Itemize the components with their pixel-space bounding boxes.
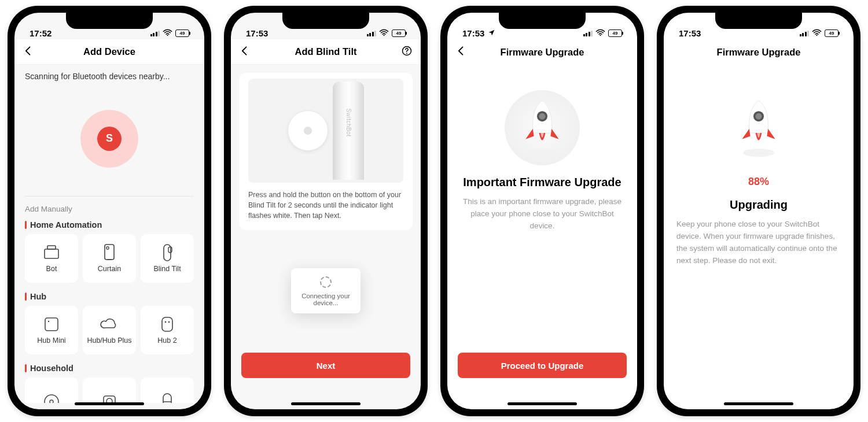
tile-label: Blind Tilt [153,265,181,273]
cloud-icon [98,316,121,333]
next-button[interactable]: Next [241,353,410,378]
tile-label: Hub/Hub Plus [87,336,131,345]
wifi-icon [595,28,605,38]
tile-label: Curtain [98,265,121,273]
tile-label: Bot [46,265,57,273]
curtain-icon [98,244,121,261]
tile-curtain[interactable]: Curtain [83,234,136,283]
nav-bar: Add Device [14,39,204,65]
notch [282,13,369,29]
wifi-icon [163,28,172,38]
section-home-automation: Home Automation [14,217,204,234]
notch [715,13,802,29]
vacuum-icon [40,393,63,403]
tile-label: Hub Mini [37,336,65,345]
back-button[interactable] [239,45,251,59]
status-time: 17:52 [30,28,52,38]
phone-add-blind-tilt: 17:53 49 Add Blind Tilt Press and hold t… [224,6,428,416]
cellular-icon [583,30,593,36]
proceed-upgrade-button[interactable]: Proceed to Upgrade [458,353,627,378]
blind-tilt-device-icon [333,82,364,180]
nav-bar: Add Blind Tilt [231,39,421,65]
home-indicator[interactable] [507,402,577,405]
battery-icon: 49 [825,29,838,37]
back-button[interactable] [23,45,34,59]
tile-household-2[interactable] [83,377,136,403]
tile-household-1[interactable] [25,377,78,403]
help-button[interactable] [401,45,413,59]
nav-bar: Firmware Upgrade [447,39,637,65]
notch [499,13,586,29]
instruction-text: Press and hold the button on the bottom … [248,190,403,221]
rocket-icon [721,90,796,165]
scan-status-text: Scanning for Bluetooth devices nearby... [14,65,204,81]
hero-title: Important Firmware Upgrade [463,176,621,189]
instruction-card: Press and hold the button on the bottom … [239,73,413,230]
rocket-icon [505,90,580,165]
back-button[interactable] [455,45,467,59]
phone-firmware-upgrading: 17:53 49 Firmware Upgrade 88% Upgrading … [657,6,860,416]
bluetooth-scanner: S [25,81,194,197]
location-icon [488,28,495,38]
status-time: 17:53 [679,28,701,38]
status-time: 17:53 [246,28,268,38]
wifi-icon [379,28,389,38]
status-time: 17:53 [462,28,484,38]
camera-icon [98,393,121,403]
spinner-icon [320,276,332,288]
cellular-icon [367,30,377,36]
modal-text: Connecting your device... [297,293,355,306]
tile-bot[interactable]: Bot [25,234,78,283]
tile-blind-tilt[interactable]: Blind Tilt [141,234,194,283]
phone-firmware-prompt: 17:53 49 Firmware Upgrade Important Firm… [440,6,644,416]
hub-mini-icon [40,316,63,333]
switchbot-badge-icon: S [97,127,122,151]
page-title: Add Blind Tilt [295,46,357,57]
pill-icon [156,393,179,403]
hero-title: Upgrading [730,198,788,212]
add-manually-label: Add Manually [14,197,204,217]
hub2-icon [156,316,179,333]
battery-icon: 49 [608,29,622,37]
phone-add-device: 17:52 49 Add Device Scanning for Bluetoo… [8,6,211,416]
section-hub: Hub [14,288,204,306]
device-illustration [248,79,403,183]
section-household: Household [14,360,204,377]
battery-icon: 49 [392,29,406,37]
page-title: Add Device [83,46,135,57]
tile-household-3[interactable] [141,377,194,403]
home-indicator[interactable] [291,402,361,405]
tile-label: Hub 2 [157,336,176,345]
battery-icon: 49 [175,29,189,37]
cellular-icon [800,30,810,36]
connecting-modal: Connecting your device... [291,268,361,313]
wifi-icon [812,28,822,38]
notch [66,13,153,29]
tile-hub-plus[interactable]: Hub/Hub Plus [83,306,136,354]
page-title: Firmware Upgrade [717,47,801,58]
home-indicator[interactable] [724,402,793,405]
tile-hub-2[interactable]: Hub 2 [141,306,194,354]
dial-icon [288,110,328,151]
upgrade-progress: 88% [748,176,769,188]
hero-body: Keep your phone close to your SwitchBot … [676,219,841,267]
page-title: Firmware Upgrade [501,47,584,58]
home-indicator[interactable] [75,402,144,405]
hero-body: This is an important firmware upgrade, p… [460,196,624,232]
nav-bar: Firmware Upgrade [664,39,854,65]
bot-icon [40,244,63,261]
cellular-icon [150,30,160,36]
blind-tilt-icon [156,244,179,261]
tile-hub-mini[interactable]: Hub Mini [25,306,78,354]
